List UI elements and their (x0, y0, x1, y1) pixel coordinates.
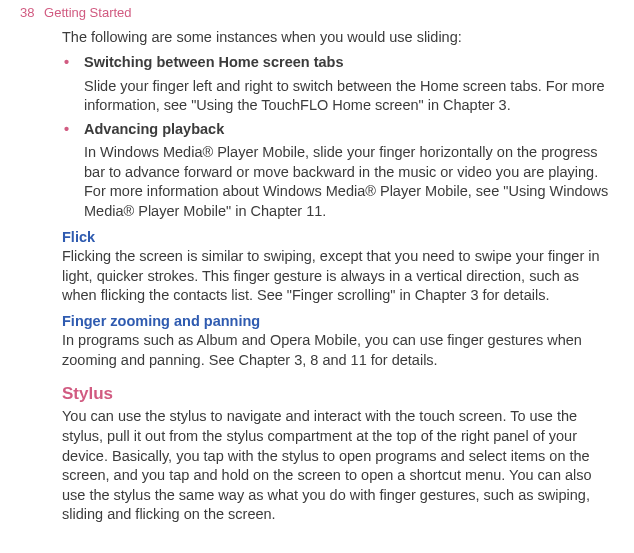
bullet-body: Slide your finger left and right to swit… (84, 77, 612, 116)
fzp-body: In programs such as Album and Opera Mobi… (62, 331, 612, 370)
list-item: Switching between Home screen tabs Slide… (62, 53, 612, 116)
intro-text: The following are some instances when yo… (62, 28, 612, 48)
list-item: Advancing playback In Windows Media® Pla… (62, 120, 612, 222)
flick-heading: Flick (62, 228, 612, 248)
content: The following are some instances when yo… (20, 28, 614, 525)
bullet-list: Switching between Home screen tabs Slide… (62, 53, 612, 222)
header-section: Getting Started (44, 5, 131, 20)
page-number: 38 (20, 5, 34, 20)
page-header: 38 Getting Started (20, 4, 614, 22)
stylus-body: You can use the stylus to navigate and i… (62, 407, 612, 524)
page: 38 Getting Started The following are som… (0, 0, 634, 525)
bullet-title: Advancing playback (84, 120, 612, 140)
fzp-heading: Finger zooming and panning (62, 312, 612, 332)
stylus-heading: Stylus (62, 383, 612, 406)
flick-body: Flicking the screen is similar to swipin… (62, 247, 612, 306)
bullet-body: In Windows Media® Player Mobile, slide y… (84, 143, 612, 221)
bullet-title: Switching between Home screen tabs (84, 53, 612, 73)
